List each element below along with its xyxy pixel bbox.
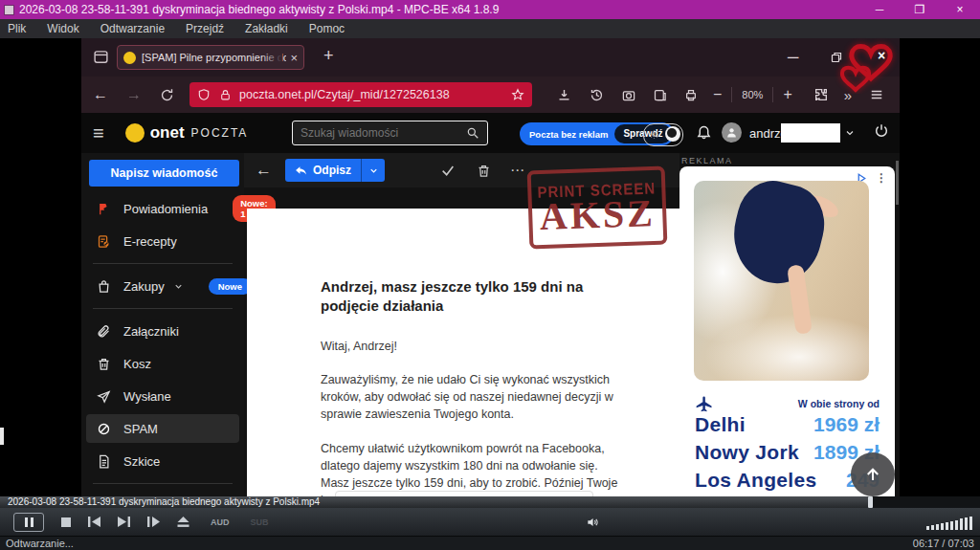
volume-slider[interactable] bbox=[926, 515, 972, 530]
eject-button[interactable] bbox=[177, 517, 189, 527]
check-icon[interactable] bbox=[440, 163, 456, 178]
shield-icon[interactable] bbox=[197, 88, 211, 101]
back-icon[interactable]: ← bbox=[81, 86, 120, 103]
sidebar-item-erecepty[interactable]: E-recepty bbox=[81, 225, 244, 257]
email-greeting: Witaj, Andrzej! bbox=[321, 338, 625, 355]
seekbar-filename: 2026-03-08 23-58-11-391 dyskryminacja bi… bbox=[8, 496, 320, 508]
close-button[interactable]: × bbox=[940, 0, 980, 19]
notifications-bell-icon[interactable] bbox=[696, 123, 712, 140]
forward-icon[interactable]: → bbox=[120, 86, 148, 103]
skip-back-button[interactable] bbox=[88, 517, 100, 527]
menu-widok[interactable]: Widok bbox=[47, 22, 78, 35]
zoom-in-icon[interactable]: + bbox=[783, 86, 791, 103]
logout-power-icon[interactable] bbox=[874, 123, 889, 139]
screenshot-icon[interactable] bbox=[621, 88, 636, 102]
onet-logo-dot bbox=[125, 123, 145, 143]
reply-dropdown-button[interactable] bbox=[361, 159, 385, 182]
trash-icon bbox=[97, 357, 111, 371]
history-icon[interactable] bbox=[590, 88, 604, 102]
browser-minimize-button[interactable]: ─ bbox=[788, 38, 798, 77]
block-icon bbox=[97, 422, 111, 436]
hamburger-menu-icon[interactable]: ≡ bbox=[93, 122, 104, 144]
menu-zakladki[interactable]: Zakładki bbox=[245, 22, 288, 35]
browser-navbar: ← → poczta.onet.pl/Czytaj/_mid/127252613… bbox=[81, 77, 900, 113]
menu-odtwarzanie[interactable]: Odtwarzanie bbox=[100, 22, 165, 35]
compose-button[interactable]: Napisz wiadomość bbox=[89, 160, 239, 187]
account-chevron-down-icon[interactable] bbox=[844, 127, 856, 139]
divider bbox=[93, 263, 233, 264]
sidebar-item-spam[interactable]: SPAM bbox=[86, 414, 239, 443]
save-page-icon[interactable] bbox=[653, 88, 667, 102]
menubar: Plik Widok Odtwarzanie Przejdź Zakładki … bbox=[0, 19, 980, 38]
email-body: Andrzej, masz jeszcze tylko 159 dni na p… bbox=[321, 277, 617, 496]
ad-card[interactable]: ⋮ W obie strony od Delhi 1969 zł bbox=[679, 166, 895, 496]
prescription-icon bbox=[97, 234, 111, 249]
browser-tab[interactable]: [SPAM] Pilne przypomnienie doty × bbox=[117, 45, 304, 70]
subtitle-track-badge[interactable]: SUB bbox=[251, 517, 269, 527]
watermark-line2: AKSZ bbox=[539, 196, 656, 235]
download-icon[interactable] bbox=[557, 88, 571, 102]
pause-button[interactable] bbox=[13, 513, 44, 532]
print-icon[interactable] bbox=[683, 88, 699, 102]
frame-step-button[interactable] bbox=[147, 517, 160, 527]
menu-pomoc[interactable]: Pomoc bbox=[309, 22, 345, 35]
scrollbar-thumb[interactable] bbox=[896, 161, 899, 205]
restore-button[interactable]: ❐ bbox=[900, 0, 940, 19]
search-icon[interactable] bbox=[466, 126, 479, 140]
sidebar-item-powiadomienia[interactable]: Powiadomienia Nowe: 1 bbox=[81, 192, 244, 225]
ad-label: REKLAMA bbox=[681, 156, 733, 165]
titlebar[interactable]: 2026-03-08 23-58-11-391 dyskryminacja bi… bbox=[0, 0, 980, 19]
email-content-card: Andrzej, masz jeszcze tylko 159 dni na p… bbox=[247, 209, 679, 496]
email-paragraph: Chcemy ułatwić użytkownikom powrót na Fa… bbox=[321, 440, 625, 497]
reload-icon[interactable] bbox=[160, 88, 174, 102]
menu-przejdz[interactable]: Przejdź bbox=[186, 22, 224, 35]
new-badge: Nowe bbox=[209, 278, 252, 295]
audio-track-badge[interactable]: AUD bbox=[211, 517, 230, 527]
onet-logo[interactable]: onet POCZTA bbox=[125, 123, 249, 143]
zoom-out-icon[interactable]: − bbox=[713, 86, 722, 103]
sidebar-item-szkice[interactable]: Szkice bbox=[81, 445, 244, 477]
minimize-button[interactable]: ─ bbox=[859, 0, 900, 19]
stop-button[interactable] bbox=[61, 517, 71, 527]
reply-button[interactable]: Odpisz bbox=[285, 159, 361, 182]
more-options-icon[interactable]: ⋯ bbox=[510, 162, 525, 179]
menu-plik[interactable]: Plik bbox=[8, 22, 26, 35]
ad-destination-row[interactable]: Delhi 1969 zł bbox=[695, 413, 880, 441]
paperclip-icon bbox=[97, 324, 111, 339]
zoom-level[interactable]: 80% bbox=[742, 89, 763, 100]
theme-toggle[interactable] bbox=[643, 123, 683, 146]
sidebar-item-zalaczniki[interactable]: Załączniki bbox=[81, 315, 244, 347]
ad-menu-dots-icon[interactable]: ⋮ bbox=[876, 171, 887, 185]
search-box[interactable] bbox=[292, 121, 488, 145]
browser-close-button[interactable]: × bbox=[878, 48, 885, 63]
speaker-icon[interactable] bbox=[585, 516, 600, 529]
tab-close-icon[interactable]: × bbox=[290, 51, 298, 65]
url-bar[interactable]: poczta.onet.pl/Czytaj/_mid/1272526138 bbox=[189, 82, 532, 107]
email-heading: Andrzej, masz jeszcze tylko 159 dni na p… bbox=[321, 277, 625, 317]
mpc-app-icon bbox=[4, 5, 14, 15]
sidebar-item-kosz[interactable]: Kosz bbox=[81, 347, 244, 380]
shopping-bag-icon bbox=[97, 279, 111, 294]
draft-document-icon bbox=[97, 454, 111, 469]
email-paragraph: Zauważyliśmy, że nie udało Ci się wykona… bbox=[321, 371, 625, 424]
search-input[interactable] bbox=[293, 126, 466, 140]
folder-list: Powiadomienia Nowe: 1 E-recepty Zakupy N… bbox=[81, 192, 244, 490]
delete-trash-icon[interactable] bbox=[477, 164, 491, 178]
onet-favicon bbox=[123, 52, 136, 64]
bookmark-star-icon[interactable] bbox=[511, 88, 524, 101]
chevron-down-icon[interactable] bbox=[173, 281, 184, 292]
window-title: 2026-03-08 23-58-11-391 dyskryminacja bi… bbox=[19, 3, 499, 16]
sidebar-item-zakupy[interactable]: Zakupy Nowe bbox=[81, 270, 244, 302]
redaction-box bbox=[781, 123, 840, 143]
skip-forward-button[interactable] bbox=[118, 517, 130, 527]
firefox-view-icon[interactable] bbox=[93, 49, 109, 65]
seek-bar[interactable]: 2026-03-08 23-58-11-391 dyskryminacja bi… bbox=[0, 496, 980, 508]
new-tab-button[interactable]: + bbox=[323, 46, 334, 66]
back-to-list-icon[interactable]: ← bbox=[256, 161, 272, 180]
lock-icon[interactable] bbox=[219, 89, 232, 101]
seek-thumb[interactable] bbox=[868, 496, 873, 508]
scroll-to-top-button[interactable] bbox=[851, 452, 895, 496]
avatar[interactable] bbox=[722, 122, 742, 143]
extensions-puzzle-icon[interactable] bbox=[813, 87, 829, 102]
sidebar-item-wyslane[interactable]: Wysłane bbox=[81, 380, 244, 412]
